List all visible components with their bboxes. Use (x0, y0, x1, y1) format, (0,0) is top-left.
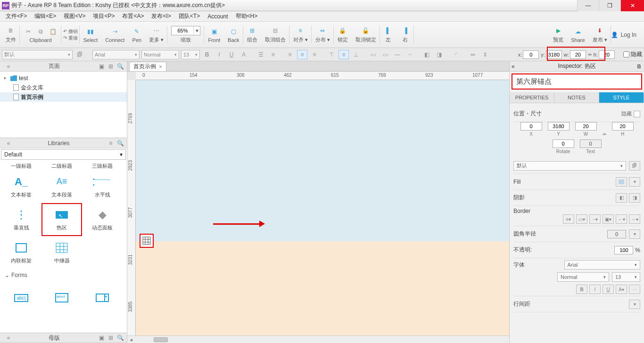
library-selector[interactable]: Default▾ (1, 149, 126, 160)
style-manager-icon[interactable]: 🗐 (629, 161, 640, 171)
bold-icon[interactable]: B (202, 50, 212, 59)
share-icon[interactable]: ☁ (573, 27, 583, 36)
menu-view[interactable]: 视图<V> (61, 11, 88, 21)
lib-item-repeater[interactable]: 中继器 (41, 236, 82, 269)
more-label[interactable]: 更多 ▾ (149, 36, 164, 43)
lib-item-droplist[interactable]: ▾ (82, 281, 123, 314)
menu-help[interactable]: 帮助<H> (233, 11, 261, 21)
menu-arrange[interactable]: 布置<A> (119, 11, 147, 21)
lib-item-iframe[interactable]: 内联框架 (1, 236, 41, 269)
bold-btn[interactable]: B (576, 285, 587, 294)
line-height-btn[interactable]: ▾ (629, 300, 640, 309)
close-button[interactable]: ✕ (620, 0, 644, 11)
menu-edit[interactable]: 编辑<E> (32, 11, 59, 21)
lib-item-paragraph[interactable]: A≡文本段落 (41, 170, 82, 203)
lib-item-text-label[interactable]: A_文本标签 (1, 170, 41, 203)
bullet-list-icon[interactable]: ☰ (256, 50, 266, 59)
lib-item-textarea[interactable]: abcd (41, 281, 82, 314)
copy-icon[interactable]: ⧉ (36, 27, 45, 36)
lock-icon[interactable]: 🔒 (338, 26, 347, 35)
fill-color-icon[interactable]: ▭ (368, 50, 378, 59)
undo-button[interactable]: ↶ 撤销 (63, 28, 78, 35)
distribute-icon[interactable]: ⇔ (318, 26, 327, 35)
zoom-down-icon[interactable]: ▾ (193, 27, 200, 34)
line-width-icon[interactable]: — (392, 50, 403, 59)
cut-icon[interactable]: ✂ (24, 27, 33, 36)
forms-category[interactable]: ⌄Forms (1, 269, 126, 281)
rotate-input[interactable] (553, 139, 574, 148)
style-manager-icon[interactable]: 🗐 (74, 50, 85, 59)
align-right-icon[interactable]: ▐ (401, 26, 410, 35)
publish-icon[interactable]: ⬇ (595, 26, 604, 35)
align-center-text-icon[interactable]: ≡ (297, 50, 307, 59)
tab-properties[interactable]: PROPERTIES (510, 92, 554, 103)
valign-mid-icon[interactable]: ≡ (339, 50, 349, 59)
underline-btn[interactable]: U (603, 285, 614, 294)
zoom-control[interactable]: ▾ (171, 26, 200, 35)
lib-item[interactable]: 一级标题 (1, 163, 41, 169)
font-color-btn[interactable]: A▾ (616, 285, 627, 294)
lib-item-dynamic-panel[interactable]: ◆动态面板 (82, 203, 123, 236)
bring-front-icon[interactable]: ▣ (209, 27, 219, 36)
select-tool-icon[interactable]: ▮▮ (86, 27, 95, 36)
maximize-button[interactable]: ❐ (599, 0, 620, 11)
arrow-start-btn[interactable]: ←▾ (616, 214, 627, 224)
padding-v-icon[interactable]: ⇕ (480, 50, 490, 59)
menu-publish[interactable]: 发布<I> (149, 11, 173, 21)
search-icon[interactable]: 🔍 (116, 139, 124, 147)
search-icon[interactable]: 🔍 (116, 334, 124, 342)
y-input[interactable] (546, 50, 562, 59)
aspect-lock-icon[interactable]: ⇹ (588, 52, 592, 57)
insp-h-input[interactable] (612, 122, 634, 131)
paste-icon[interactable]: 📋 (48, 27, 58, 36)
more-tools-icon[interactable]: ⋯ (152, 26, 161, 35)
hidden-checkbox[interactable]: 隐藏 (623, 50, 642, 58)
connect-tool-icon[interactable]: ⇢ (110, 27, 120, 36)
w-input[interactable] (570, 50, 586, 59)
line-style-icon[interactable]: ┄ (405, 50, 415, 59)
font-size-combo[interactable]: 13▾ (612, 272, 640, 282)
hidden-toggle[interactable]: 隐藏 (621, 110, 640, 117)
align-left-icon[interactable]: ▌ (384, 26, 393, 35)
inner-shadow-btn[interactable]: ◨ (629, 193, 640, 203)
number-list-icon[interactable]: ≡ (268, 50, 278, 59)
font-combo[interactable]: Arial▾ (92, 50, 140, 59)
insp-x-input[interactable] (520, 122, 542, 131)
italic-icon[interactable]: I (214, 50, 224, 59)
corner-radius-icon[interactable]: ◜ (451, 50, 461, 59)
valign-bot-icon[interactable]: ⊥ (351, 50, 361, 59)
minimize-button[interactable]: — (577, 0, 599, 11)
pen-tool-icon[interactable]: ✎ (132, 27, 141, 36)
h-input[interactable] (599, 50, 615, 59)
tree-page-active[interactable]: 首页示例 (0, 92, 127, 102)
underline-icon[interactable]: U (226, 50, 237, 59)
radius-corners-btn[interactable]: ▾ (629, 229, 640, 239)
align-label[interactable]: 对齐 ▾ (293, 36, 308, 43)
align-right-text-icon[interactable]: ≡ (309, 50, 320, 59)
italic-btn[interactable]: I (589, 285, 601, 294)
tree-folder[interactable]: ▾test (0, 74, 127, 83)
opacity-input[interactable] (614, 246, 633, 254)
ungroup-icon[interactable]: ⊟ (271, 26, 280, 35)
menu-file[interactable]: 文件<F> (3, 11, 30, 21)
notes-icon[interactable]: 🗎 (636, 63, 642, 70)
tab-style[interactable]: STYLE (599, 92, 644, 103)
border-width-btn[interactable]: ≡▾ (563, 214, 574, 224)
collapse-icon[interactable]: « (5, 334, 12, 342)
lib-item-hr[interactable]: •———•水平线 (82, 170, 123, 203)
collapse-icon[interactable]: « (5, 139, 12, 147)
fill-dropdown-icon[interactable]: ▾ (629, 177, 640, 187)
publish-label[interactable]: 发布 ▾ (593, 36, 607, 43)
add-folder-icon[interactable]: ▣ (98, 63, 105, 70)
design-canvas[interactable] (136, 80, 509, 335)
font-size-combo[interactable]: 13▾ (181, 50, 200, 59)
tab-notes[interactable]: NOTES (554, 92, 599, 103)
add-folder-icon[interactable]: ▣ (98, 334, 105, 342)
widget-name-input[interactable]: 第六屏锚点 (512, 74, 642, 90)
style-preset-combo[interactable]: 默认▾ (2, 50, 73, 59)
zoom-input[interactable] (172, 28, 193, 33)
font-weight-combo[interactable]: Normal▾ (141, 50, 179, 59)
search-icon[interactable]: 🔍 (116, 63, 124, 70)
menu-project[interactable]: 项目<P> (90, 11, 117, 21)
redo-button[interactable]: ↷ 重做 (63, 35, 78, 41)
